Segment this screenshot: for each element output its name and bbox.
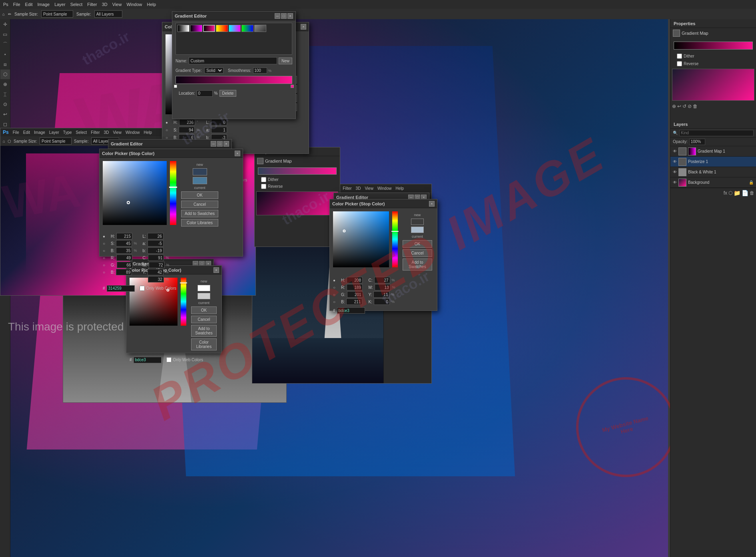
menu-file[interactable]: File [13,2,20,7]
preset-gb[interactable] [241,25,253,32]
delete-layer-icon[interactable]: 🗑 [750,190,754,196]
ps-4-filter[interactable]: Filter [343,186,351,191]
opacity-input[interactable] [689,139,705,145]
brush-tool[interactable]: ⌶ [0,90,10,99]
m-input-2[interactable] [149,262,165,268]
prop-icon-5[interactable]: 🗑 [693,103,698,109]
ge-1-stop-left[interactable] [174,85,177,88]
l-input-2[interactable] [148,233,164,239]
preset-cm[interactable] [229,25,241,32]
ge-1-delete-btn[interactable]: Delete [219,90,237,97]
hex-input-3[interactable]: bdce3 [134,357,162,363]
cp-4-close[interactable]: × [429,201,435,207]
smoothness-input[interactable] [253,68,267,74]
move-tool[interactable]: ✛ [0,20,10,29]
toolbar-brush-icon[interactable]: ✏ [8,12,11,16]
ge-1-titlebar[interactable]: Gradient Editor ─ □ × [172,12,295,20]
a-input-1[interactable] [211,127,227,133]
color-lib-3[interactable]: Color Libraries [191,338,217,350]
layer-row-background[interactable]: 👁 Background 🔒 [670,177,756,188]
only-web-cb-3[interactable] [166,357,172,362]
props-2-reverse-cb[interactable] [261,184,266,189]
hex-input-4[interactable] [337,307,365,314]
add-to-swatches-2[interactable]: Add to Swatches [181,210,218,217]
toolbar-home-icon[interactable]: ⌂ [2,12,5,16]
ps-4-3d[interactable]: 3D [356,186,361,191]
s-input-2[interactable] [116,240,132,247]
search-icon[interactable]: 🔍 [673,131,678,135]
h-radio-1[interactable]: ● [166,120,172,125]
color-libraries-2[interactable]: Color Libraries [181,219,218,227]
layer-row-gradient-map[interactable]: 👁 Gradient Map 1 [670,146,756,157]
menu-select[interactable]: Select [70,2,83,7]
ps-2-menu-help[interactable]: Help [144,130,152,135]
ps-2-menu-image[interactable]: Image [34,130,45,135]
r-input-4[interactable] [347,284,363,290]
add-mask-icon[interactable]: ⬡ [728,190,732,196]
ok-btn-3[interactable]: OK [191,306,217,314]
g-input-2[interactable] [117,262,133,268]
add-swatches-4[interactable]: Add to Swatches [403,259,432,271]
ge-1-new-btn[interactable]: New [279,58,292,64]
gradient-map-preview[interactable] [674,42,753,50]
menu-3d[interactable]: 3D [102,2,108,7]
l-input-1[interactable] [211,119,227,125]
cancel-button-2[interactable]: Cancel [181,201,218,208]
y-input-2[interactable] [148,269,164,275]
layer-row-posterize[interactable]: 👁 Posterize 1 [670,157,756,167]
y-input-4[interactable] [373,291,389,298]
c-input-2[interactable] [148,255,164,261]
b2-input-2[interactable] [116,269,132,275]
ge-1-location-input[interactable] [197,90,213,97]
k-input-2[interactable] [148,276,164,282]
r-input-2[interactable] [116,255,132,261]
magic-wand-tool[interactable]: ⋆ [0,50,10,59]
prop-icon-2[interactable]: ↩ [677,103,681,109]
layer-row-bw[interactable]: 👁 Black & White 1 [670,167,756,177]
preset-bw[interactable] [178,25,189,32]
new-group-icon[interactable]: 📁 [734,190,740,196]
h-input-2[interactable] [116,233,132,239]
ge-2-max[interactable]: □ [217,141,223,147]
add-swatches-3[interactable]: Add to Swatches [191,325,217,337]
ps-2-menu-window[interactable]: Window [126,130,140,135]
preset-gray[interactable] [254,25,266,32]
cancel-btn-3[interactable]: Cancel [191,316,217,323]
h-input-4[interactable] [347,277,363,283]
ps-2-menu-3d[interactable]: 3D [104,130,109,135]
marquee-tool[interactable]: ▭ [0,30,10,39]
ps-2-menu-edit[interactable]: Edit [23,130,30,135]
ps-2-menu-type[interactable]: Type [63,130,72,135]
m-input-4[interactable] [375,284,391,290]
visibility-icon-4[interactable]: 👁 [673,180,677,185]
menu-edit[interactable]: Edit [25,2,33,7]
ps-2-menu-select[interactable]: Select [76,130,87,135]
hue-slider-2[interactable] [170,161,176,225]
add-style-icon[interactable]: fx [724,190,727,196]
menu-filter[interactable]: Filter [87,2,97,7]
ps-2-menu-layer[interactable]: Layer [49,130,59,135]
prop-icon-4[interactable]: ⊘ [688,103,692,109]
eyedropper-tool[interactable]: ⬡ [0,70,10,79]
ge-2-min[interactable]: ─ [211,141,216,147]
ge-1-gradient-bar[interactable] [176,76,292,84]
ps-2-sample-size[interactable] [40,137,72,145]
ps-2-menu-filter[interactable]: Filter [91,130,100,135]
ok-button-2[interactable]: OK [181,191,218,199]
all-layers-input[interactable] [94,10,122,18]
menu-view[interactable]: View [112,2,122,7]
color-picker-1-close[interactable]: × [301,24,306,30]
a-input-2[interactable] [148,240,164,247]
lasso-tool[interactable]: ⌒ [0,40,10,49]
spot-heal-tool[interactable]: ⊕ [0,80,10,89]
ps-4-help[interactable]: Help [395,186,404,191]
preset-bm[interactable] [190,25,202,32]
ge-2-close[interactable]: × [223,141,229,147]
ps-4-view[interactable]: View [365,186,373,191]
dither-checkbox[interactable] [677,54,682,59]
only-web-2[interactable] [140,286,145,291]
cp-2-titlebar[interactable]: Color Picker (Stop Color) × [100,149,243,158]
r-radio-2[interactable]: ○ [103,256,109,260]
menu-layer[interactable]: Layer [54,2,66,7]
ok-btn-4[interactable]: OK [403,240,432,248]
